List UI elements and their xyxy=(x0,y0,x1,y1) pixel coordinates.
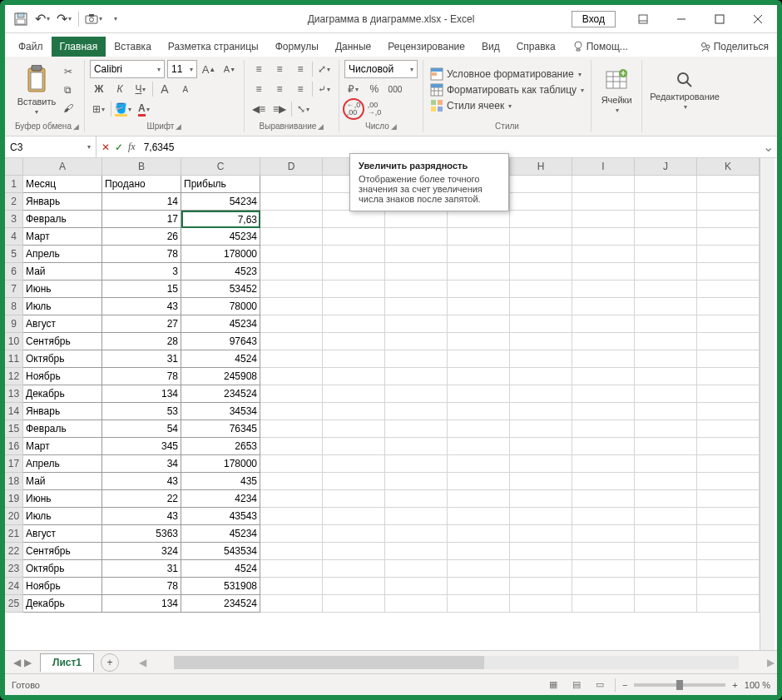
cell-D22[interactable] xyxy=(260,543,323,560)
cell-B19[interactable]: 22 xyxy=(102,490,181,508)
cell-A9[interactable]: Август xyxy=(23,315,102,333)
cell-D10[interactable] xyxy=(260,333,323,350)
cell-E17[interactable] xyxy=(323,455,385,473)
cell-D16[interactable] xyxy=(260,438,323,455)
col-header-I[interactable]: I xyxy=(572,158,635,176)
cell-D21[interactable] xyxy=(260,525,323,543)
cell-I4[interactable] xyxy=(572,228,635,246)
cell-J12[interactable] xyxy=(635,368,697,385)
cell-J16[interactable] xyxy=(635,438,697,455)
cell-B24[interactable]: 78 xyxy=(102,578,181,595)
cell-E8[interactable] xyxy=(323,298,385,315)
row-header-16[interactable]: 16 xyxy=(5,438,23,455)
tab-home[interactable]: Главная xyxy=(52,37,106,57)
cell-D8[interactable] xyxy=(260,298,323,315)
cell-A14[interactable]: Январь xyxy=(23,403,102,420)
align-right-icon[interactable]: ≡ xyxy=(291,80,309,98)
cell-C3[interactable]: 7,63 xyxy=(181,211,260,228)
cell-B22[interactable]: 324 xyxy=(102,543,181,560)
increase-font-icon[interactable]: A▲ xyxy=(200,60,218,78)
currency-icon[interactable]: ₽▾ xyxy=(344,80,363,98)
cell-A23[interactable]: Октябрь xyxy=(23,560,102,578)
cell-K22[interactable] xyxy=(697,543,760,560)
number-format-select[interactable]: Числовой▾ xyxy=(344,60,418,78)
cell-F20[interactable] xyxy=(385,508,448,525)
cell-K3[interactable] xyxy=(697,211,760,228)
cell-J10[interactable] xyxy=(635,333,697,350)
cell-B5[interactable]: 78 xyxy=(102,246,181,263)
cell-G18[interactable] xyxy=(448,473,510,490)
cell-F10[interactable] xyxy=(385,333,448,350)
cell-A15[interactable]: Февраль xyxy=(23,420,102,438)
cell-F13[interactable] xyxy=(385,385,448,403)
cell-F8[interactable] xyxy=(385,298,448,315)
cell-I9[interactable] xyxy=(572,315,635,333)
cell-D6[interactable] xyxy=(260,263,323,280)
cell-A22[interactable]: Сентябрь xyxy=(23,543,102,560)
camera-icon[interactable]: ▾ xyxy=(84,10,102,28)
cancel-icon[interactable]: ✕ xyxy=(101,141,110,153)
cell-G4[interactable] xyxy=(448,228,510,246)
cell-I14[interactable] xyxy=(572,403,635,420)
row-header-19[interactable]: 19 xyxy=(5,490,23,508)
cell-H11[interactable] xyxy=(510,350,572,368)
font-color-button[interactable]: А▾ xyxy=(135,100,153,118)
zoom-in-button[interactable]: + xyxy=(732,680,737,690)
col-header-H[interactable]: H xyxy=(510,158,572,176)
cell-A16[interactable]: Март xyxy=(23,438,102,455)
cell-H20[interactable] xyxy=(510,508,572,525)
cell-D24[interactable] xyxy=(260,578,323,595)
cell-H25[interactable] xyxy=(510,595,572,613)
thousands-icon[interactable]: 000 xyxy=(386,80,404,98)
ribbon-options-icon[interactable] xyxy=(624,5,662,32)
cell-A4[interactable]: Март xyxy=(23,228,102,246)
cell-B25[interactable]: 134 xyxy=(102,595,181,613)
horizontal-scrollbar[interactable] xyxy=(174,656,739,669)
cell-E5[interactable] xyxy=(323,246,385,263)
cell-G22[interactable] xyxy=(448,543,510,560)
cell-A6[interactable]: Май xyxy=(23,263,102,280)
cell-I1[interactable] xyxy=(572,176,635,193)
cell-C13[interactable]: 234524 xyxy=(181,385,260,403)
cell-G12[interactable] xyxy=(448,368,510,385)
cell-H23[interactable] xyxy=(510,560,572,578)
cell-K20[interactable] xyxy=(697,508,760,525)
cell-H3[interactable] xyxy=(510,211,572,228)
cell-G3[interactable] xyxy=(448,211,510,228)
cell-H10[interactable] xyxy=(510,333,572,350)
close-button[interactable] xyxy=(739,5,777,32)
cell-F11[interactable] xyxy=(385,350,448,368)
row-header-1[interactable]: 1 xyxy=(5,176,23,193)
cell-D17[interactable] xyxy=(260,455,323,473)
cell-F24[interactable] xyxy=(385,578,448,595)
cell-I3[interactable] xyxy=(572,211,635,228)
cell-I15[interactable] xyxy=(572,420,635,438)
new-sheet-button[interactable]: + xyxy=(101,653,119,672)
cell-A12[interactable]: Ноябрь xyxy=(23,368,102,385)
cell-B10[interactable]: 28 xyxy=(102,333,181,350)
tell-me[interactable]: Помощ... xyxy=(564,37,636,57)
cell-J23[interactable] xyxy=(635,560,697,578)
cell-H5[interactable] xyxy=(510,246,572,263)
cell-D13[interactable] xyxy=(260,385,323,403)
cell-F16[interactable] xyxy=(385,438,448,455)
col-header-K[interactable]: K xyxy=(697,158,760,176)
cell-J4[interactable] xyxy=(635,228,697,246)
cell-J2[interactable] xyxy=(635,193,697,211)
cell-E24[interactable] xyxy=(323,578,385,595)
col-header-J[interactable]: J xyxy=(635,158,697,176)
cell-K24[interactable] xyxy=(697,578,760,595)
cell-styles-button[interactable]: Стили ячеек▾ xyxy=(428,98,586,113)
sheet-tab[interactable]: Лист1 xyxy=(40,653,94,672)
cell-K10[interactable] xyxy=(697,333,760,350)
cell-K17[interactable] xyxy=(697,455,760,473)
tab-formulas[interactable]: Формулы xyxy=(267,37,327,57)
cell-E6[interactable] xyxy=(323,263,385,280)
cell-C8[interactable]: 78000 xyxy=(181,298,260,315)
cell-H8[interactable] xyxy=(510,298,572,315)
row-header-8[interactable]: 8 xyxy=(5,298,23,315)
minimize-button[interactable] xyxy=(662,5,700,32)
row-header-22[interactable]: 22 xyxy=(5,543,23,560)
cell-F25[interactable] xyxy=(385,595,448,613)
cell-G16[interactable] xyxy=(448,438,510,455)
